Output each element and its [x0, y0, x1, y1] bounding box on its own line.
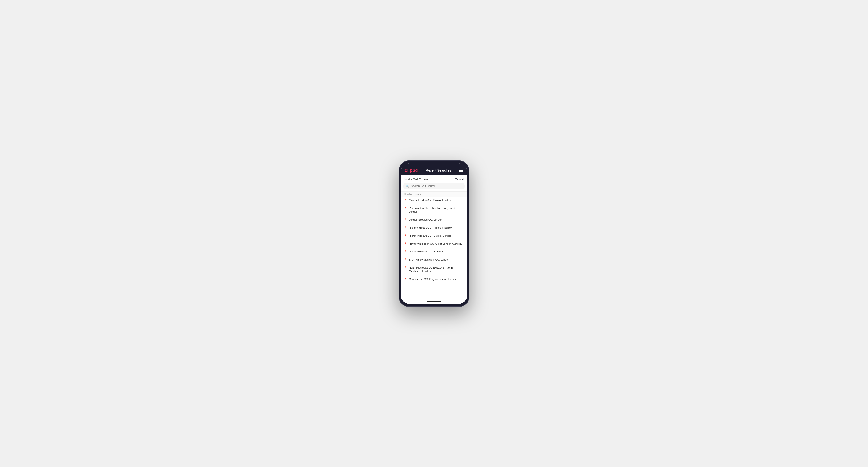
menu-icon[interactable]: [459, 169, 463, 172]
location-pin-icon: 📍: [404, 258, 407, 261]
cancel-button[interactable]: Cancel: [455, 178, 464, 181]
course-list-item[interactable]: 📍Central London Golf Centre, London: [401, 196, 467, 205]
phone-screen: clippd Recent Searches Find a Golf Cours…: [401, 163, 467, 304]
search-input[interactable]: [411, 185, 462, 188]
find-label: Find a Golf Course: [404, 178, 428, 181]
home-bar: [427, 301, 441, 302]
location-pin-icon: 📍: [404, 242, 407, 245]
location-pin-icon: 📍: [404, 266, 407, 269]
courses-list: 📍Central London Golf Centre, London📍Roeh…: [401, 196, 467, 300]
app-header-title: Recent Searches: [426, 168, 451, 172]
course-list-item[interactable]: 📍Brent Valley Municipal GC, London: [401, 256, 467, 264]
course-name: Dukes Meadows GC, London: [409, 250, 443, 253]
course-list-item[interactable]: 📍Roehampton Club - Roehampton, Greater L…: [401, 205, 467, 216]
content-area: Find a Golf Course Cancel 🔍 Nearby cours…: [401, 175, 467, 300]
course-name: Royal Wimbledon GC, Great London Authori…: [409, 242, 462, 246]
course-name: Brent Valley Municipal GC, London: [409, 258, 449, 261]
search-container: 🔍: [401, 183, 467, 191]
course-name: Roehampton Club - Roehampton, Greater Lo…: [409, 207, 464, 214]
location-pin-icon: 📍: [404, 218, 407, 221]
location-pin-icon: 📍: [404, 278, 407, 280]
course-name: Central London Golf Centre, London: [409, 199, 451, 202]
course-list-item[interactable]: 📍Royal Wimbledon GC, Great London Author…: [401, 240, 467, 248]
course-list-item[interactable]: 📍Richmond Park GC - Duke's, London: [401, 232, 467, 240]
status-bar: [401, 163, 467, 166]
course-list-item[interactable]: 📍North Middlesex GC (1011942 - North Mid…: [401, 264, 467, 275]
location-pin-icon: 📍: [404, 226, 407, 229]
nearby-section-label: Nearby courses: [401, 191, 467, 196]
course-list-item[interactable]: 📍Dukes Meadows GC, London: [401, 248, 467, 256]
course-name: Richmond Park GC - Duke's, London: [409, 234, 452, 238]
hamburger-line-1: [459, 169, 463, 169]
phone-wrapper: clippd Recent Searches Find a Golf Cours…: [399, 160, 469, 307]
location-pin-icon: 📍: [404, 234, 407, 237]
course-name: North Middlesex GC (1011942 - North Midd…: [409, 266, 464, 273]
course-name: Coombe Hill GC, Kingston upon Thames: [409, 278, 456, 281]
course-list-item[interactable]: 📍London Scottish GC, London: [401, 216, 467, 224]
location-pin-icon: 📍: [404, 207, 407, 209]
location-pin-icon: 📍: [404, 199, 407, 201]
home-indicator: [401, 300, 467, 304]
app-header: clippd Recent Searches: [401, 166, 467, 175]
search-icon: 🔍: [406, 185, 409, 188]
course-name: Richmond Park GC - Prince's, Surrey: [409, 226, 452, 229]
course-list-item[interactable]: 📍Coombe Hill GC, Kingston upon Thames: [401, 275, 467, 283]
course-name: London Scottish GC, London: [409, 218, 442, 222]
hamburger-line-2: [459, 170, 463, 170]
location-pin-icon: 📍: [404, 250, 407, 253]
course-list-item[interactable]: 📍Richmond Park GC - Prince's, Surrey: [401, 224, 467, 232]
hamburger-line-3: [459, 171, 463, 172]
app-logo: clippd: [405, 168, 418, 173]
search-box: 🔍: [403, 183, 465, 189]
find-header: Find a Golf Course Cancel: [401, 175, 467, 183]
